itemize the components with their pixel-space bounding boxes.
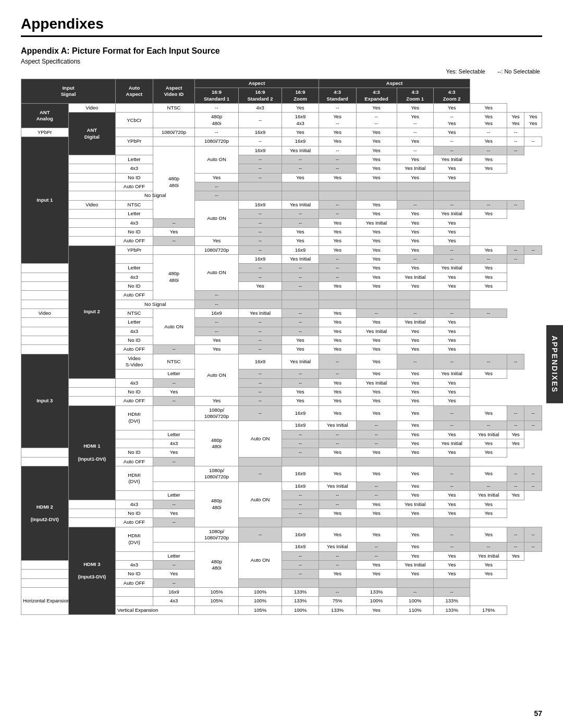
cell: Yes	[319, 327, 356, 336]
cell: NTSC	[153, 354, 194, 369]
cell: --	[319, 430, 356, 439]
table-row: No ID Yes -- Yes Yes Yes Yes Yes	[21, 388, 542, 397]
cell: Yes	[153, 509, 194, 517]
table-row: Horizontal Expansion 16x9 105% 100% 133%…	[21, 587, 542, 596]
table-row: Auto OFF -- Yes -- Yes Yes Yes Yes Yes	[21, 397, 542, 405]
cell: Yes	[356, 405, 397, 421]
cell: --	[470, 128, 507, 137]
cell: Yes	[282, 336, 319, 344]
cell: --	[319, 491, 356, 500]
cell: 176%	[470, 606, 507, 614]
cell: Yes	[195, 345, 239, 354]
cell: Yes	[319, 281, 356, 290]
table-row: Letter -- -- -- Yes Yes Yes Initial Yes	[21, 155, 542, 164]
cell: 480p480i	[153, 254, 194, 300]
cell	[356, 300, 397, 309]
cell	[319, 518, 356, 527]
cell: Yes Initial	[470, 491, 507, 500]
cell	[68, 173, 116, 182]
cell: HDMI 2(Input2-DVI)	[21, 466, 69, 561]
cell: --	[282, 378, 319, 387]
cell: Yes Initial	[282, 200, 319, 209]
cell: Yes Initial	[356, 218, 397, 227]
cell: --	[524, 405, 542, 421]
cell: --Yes	[433, 113, 470, 128]
cell: NTSC	[153, 104, 194, 113]
cell: Yes	[507, 430, 524, 439]
cell	[68, 237, 116, 245]
cell: Yes	[470, 264, 507, 273]
aspect-table: InputSignal AutoAspect AspectVideo ID As…	[21, 79, 542, 615]
cell: --	[433, 527, 470, 542]
cell: 100%	[238, 587, 282, 596]
cell: 133%	[319, 606, 356, 614]
cell	[356, 518, 397, 527]
cell: HDMI(DVI)	[116, 405, 153, 430]
cell: Horizontal Expansion	[21, 587, 116, 614]
cell: --	[397, 146, 433, 155]
cell: Yes	[319, 227, 356, 236]
cell	[282, 182, 319, 191]
cell: --	[282, 327, 319, 336]
cell	[68, 378, 116, 387]
cell: Yes	[397, 405, 433, 421]
cell: 16x9	[238, 354, 282, 369]
cell: Auto ON	[195, 354, 239, 397]
cell: Yes	[356, 254, 397, 263]
cell	[238, 182, 282, 191]
cell: --	[238, 137, 282, 146]
cell: No ID	[116, 570, 153, 578]
cell	[153, 245, 194, 254]
cell	[68, 388, 116, 397]
cell: --	[282, 209, 319, 218]
cell: --	[433, 254, 470, 263]
cell	[68, 509, 116, 517]
cell: --	[507, 128, 524, 137]
cell: Auto OFF	[116, 182, 153, 191]
cell: Yes	[356, 448, 397, 457]
cell: Yes	[356, 388, 397, 397]
cell: 16x9	[282, 542, 319, 551]
cell: --	[195, 300, 239, 309]
cell: --	[319, 104, 356, 113]
cell: Yes	[319, 309, 356, 317]
cell	[21, 448, 69, 457]
cell: --	[153, 457, 194, 466]
cell	[397, 300, 433, 309]
th-43-zoom1: 4:3Zoom 1	[397, 88, 433, 104]
cell: Yes	[319, 570, 356, 578]
cell: Yes Initial	[238, 309, 282, 317]
cell: 4x3	[116, 327, 153, 336]
cell: Yes	[397, 527, 433, 542]
cell: Video	[68, 200, 116, 209]
cell: Yes	[397, 378, 433, 387]
cell: Yes	[195, 336, 239, 344]
cell: Yes	[397, 491, 433, 500]
cell: Yes Initial	[433, 209, 470, 218]
cell	[116, 104, 153, 113]
table-row: 4x3 -- -- -- Yes Yes Initial Yes Yes	[21, 218, 542, 227]
cell	[153, 113, 194, 128]
cell: Yes	[433, 227, 470, 236]
cell: --	[433, 245, 470, 254]
th-169-zoom: 16:9Zoom	[282, 88, 319, 104]
cell: Yes	[433, 173, 470, 182]
cell: Yes	[356, 560, 397, 569]
cell: Yes	[356, 369, 397, 378]
cell: --	[356, 439, 397, 448]
cell: Input 3	[21, 354, 69, 448]
cell: Yes	[356, 606, 397, 614]
cell: 133%	[433, 606, 470, 614]
cell: --	[195, 182, 239, 191]
cell: Yes	[319, 128, 356, 137]
cell: --	[470, 542, 507, 551]
cell: 16x9	[195, 309, 239, 317]
cell: Yes	[356, 155, 397, 164]
cell	[153, 405, 194, 421]
cell: 16x9	[282, 137, 319, 146]
cell: Yes	[470, 405, 507, 421]
cell: Yes	[356, 509, 397, 517]
cell: Yes	[433, 237, 470, 245]
cell: Yes Initial	[397, 318, 433, 327]
cell: --	[238, 173, 282, 182]
